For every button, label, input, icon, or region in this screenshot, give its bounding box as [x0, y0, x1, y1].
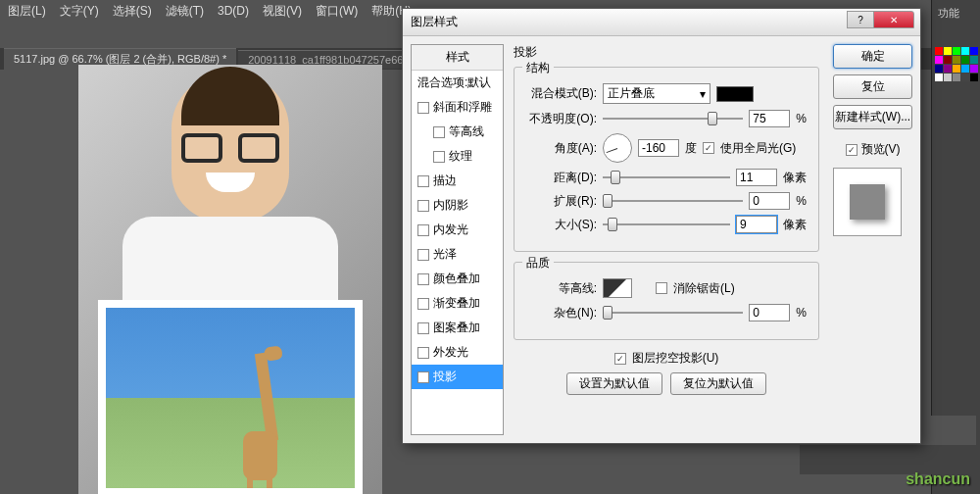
opacity-value[interactable]: 75 — [749, 110, 790, 127]
structure-label: 结构 — [522, 60, 554, 76]
style-satin[interactable]: 光泽 — [412, 242, 503, 267]
style-pattern-overlay[interactable]: 图案叠加 — [412, 316, 503, 340]
blend-mode-select[interactable]: 正片叠底▾ — [603, 83, 710, 104]
contour-label: 等高线: — [526, 280, 597, 297]
menu-window[interactable]: 窗口(W) — [316, 3, 358, 20]
help-button[interactable]: ? — [847, 11, 874, 28]
styles-header: 样式 — [412, 45, 503, 71]
distance-value[interactable]: 11 — [736, 169, 777, 186]
angle-label: 角度(A): — [526, 140, 597, 157]
spread-slider[interactable] — [603, 193, 743, 209]
dialog-titlebar[interactable]: 图层样式 ? ✕ — [403, 9, 920, 36]
ok-button[interactable]: 确定 — [833, 44, 912, 69]
spread-value[interactable]: 0 — [749, 192, 790, 210]
style-stroke[interactable]: 描边 — [412, 169, 503, 193]
new-style-button[interactable]: 新建样式(W)... — [833, 105, 912, 129]
menu-filter[interactable]: 滤镜(T) — [166, 3, 204, 20]
noise-unit: % — [796, 306, 807, 320]
style-gradient-overlay[interactable]: 渐变叠加 — [412, 291, 503, 316]
menu-view[interactable]: 视图(V) — [263, 3, 302, 20]
chevron-down-icon: ▾ — [700, 87, 706, 101]
quality-group: 品质 等高线: 消除锯齿(L) 杂色(N): 0 % — [514, 262, 819, 340]
distance-slider[interactable] — [603, 170, 730, 185]
quality-label: 品质 — [522, 255, 554, 272]
spread-unit: % — [796, 194, 807, 208]
noise-value[interactable]: 0 — [749, 304, 790, 321]
close-button[interactable]: ✕ — [873, 11, 914, 28]
global-light-label: 使用全局光(G) — [720, 140, 796, 157]
knockout-label: 图层挖空投影(U) — [632, 350, 719, 367]
size-slider[interactable] — [603, 217, 730, 232]
held-photo — [98, 300, 363, 494]
menu-3d[interactable]: 3D(D) — [218, 4, 249, 18]
cancel-button[interactable]: 复位 — [833, 74, 912, 99]
size-label: 大小(S): — [526, 217, 597, 233]
menu-layer[interactable]: 图层(L) — [8, 3, 46, 20]
preview-label: 预览(V) — [861, 141, 901, 158]
color-swatches[interactable] — [935, 47, 976, 81]
preview-thumbnail — [833, 168, 902, 236]
layer-style-dialog: 图层样式 ? ✕ 样式 混合选项:默认 斜面和浮雕 等高线 纹理 描边 内阴影 … — [402, 8, 921, 444]
noise-label: 杂色(N): — [526, 305, 597, 321]
blend-mode-label: 混合模式(B): — [526, 85, 597, 102]
reset-default-button[interactable]: 复位为默认值 — [670, 372, 766, 395]
distance-label: 距离(D): — [526, 170, 597, 186]
style-color-overlay[interactable]: 颜色叠加 — [412, 267, 503, 291]
size-value[interactable]: 9 — [736, 216, 777, 233]
style-drop-shadow[interactable]: 投影 — [412, 365, 503, 389]
menu-type[interactable]: 文字(Y) — [60, 3, 99, 20]
canvas-image[interactable] — [78, 65, 382, 494]
dialog-title: 图层样式 — [411, 14, 458, 30]
angle-unit: 度 — [685, 140, 697, 157]
distance-unit: 像素 — [783, 170, 807, 186]
antialias-label: 消除锯齿(L) — [673, 280, 735, 297]
structure-group: 结构 混合模式(B): 正片叠底▾ 不透明度(O): 75 % 角度(A): -… — [514, 67, 819, 252]
angle-dial[interactable] — [603, 133, 632, 163]
watermark: shancun — [906, 470, 970, 488]
style-bevel[interactable]: 斜面和浮雕 — [412, 95, 503, 120]
style-outer-glow[interactable]: 外发光 — [412, 340, 503, 365]
size-unit: 像素 — [783, 217, 807, 233]
contour-picker[interactable] — [603, 278, 632, 298]
antialias-checkbox[interactable] — [656, 282, 667, 294]
set-default-button[interactable]: 设置为默认值 — [566, 372, 662, 395]
person-graphic — [122, 74, 338, 329]
menu-select[interactable]: 选择(S) — [113, 3, 152, 20]
opacity-label: 不透明度(O): — [526, 111, 597, 127]
section-title: 投影 — [514, 44, 819, 61]
styles-list: 样式 混合选项:默认 斜面和浮雕 等高线 纹理 描边 内阴影 内发光 光泽 颜色… — [411, 44, 504, 435]
style-texture[interactable]: 纹理 — [412, 144, 503, 169]
noise-slider[interactable] — [603, 305, 743, 321]
spread-label: 扩展(R): — [526, 193, 597, 210]
shadow-color-swatch[interactable] — [716, 86, 754, 102]
opacity-slider[interactable] — [603, 111, 743, 126]
dialog-content: 投影 结构 混合模式(B): 正片叠底▾ 不透明度(O): 75 % 角度(A)… — [504, 44, 829, 435]
blend-options-item[interactable]: 混合选项:默认 — [412, 71, 503, 95]
opacity-unit: % — [796, 112, 807, 125]
knockout-checkbox[interactable] — [614, 353, 626, 365]
style-contour[interactable]: 等高线 — [412, 120, 503, 144]
right-panel-tab[interactable]: 功能 — [932, 0, 980, 26]
global-light-checkbox[interactable] — [703, 142, 714, 154]
style-inner-glow[interactable]: 内发光 — [412, 218, 503, 242]
style-inner-shadow[interactable]: 内阴影 — [412, 193, 503, 218]
angle-value[interactable]: -160 — [638, 139, 679, 157]
preview-checkbox[interactable] — [846, 144, 858, 156]
dialog-buttons: 确定 复位 新建样式(W)... 预览(V) — [829, 44, 912, 435]
